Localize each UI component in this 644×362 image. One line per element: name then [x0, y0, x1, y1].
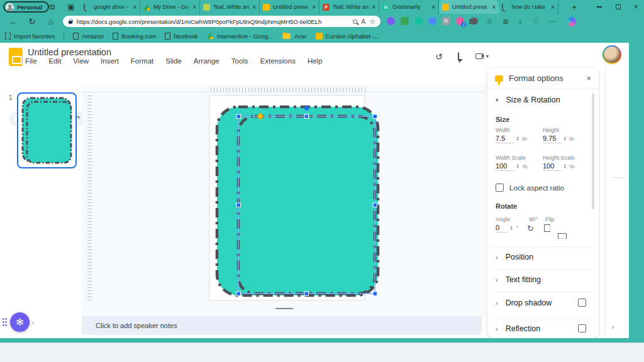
- side-panel-expand-icon[interactable]: ›: [612, 323, 614, 331]
- stepper-icon[interactable]: ▲▼: [564, 136, 566, 141]
- speaker-notes-input[interactable]: Click to add speaker notes: [82, 316, 482, 335]
- read-aloud-icon[interactable]: A: [361, 18, 365, 25]
- close-window-button[interactable]: ×: [626, 0, 644, 14]
- panel-scrollbar[interactable]: [592, 93, 594, 209]
- text-fitting-section-toggle[interactable]: › Text fitting: [496, 275, 541, 284]
- close-icon[interactable]: ×: [431, 4, 435, 11]
- downloads-icon[interactable]: ↓: [518, 17, 522, 26]
- back-icon[interactable]: ←: [5, 14, 21, 29]
- close-icon[interactable]: ×: [133, 4, 136, 11]
- flip-horizontal-icon[interactable]: [544, 224, 550, 232]
- reflection-section-toggle[interactable]: › Reflection: [496, 324, 540, 333]
- close-icon[interactable]: ×: [312, 4, 316, 11]
- favorite-cursive-alphabet[interactable]: Cursive Alphabet -...: [316, 33, 380, 40]
- new-tab-button[interactable]: +: [565, 0, 584, 14]
- menu-arrange[interactable]: Arrange: [194, 57, 219, 65]
- favorite-amazon[interactable]: Amazon: [73, 33, 104, 40]
- favorites-icon[interactable]: ☆: [486, 17, 493, 26]
- slide-editing-area[interactable]: [82, 85, 486, 316]
- size-rotation-section-toggle[interactable]: ▾ Size & Rotation: [496, 96, 560, 104]
- extension-green-icon[interactable]: [401, 17, 409, 25]
- copilot-icon[interactable]: [567, 17, 576, 26]
- favorite-booking[interactable]: Booking.com: [113, 33, 156, 40]
- stepper-icon[interactable]: ▲▼: [516, 164, 519, 169]
- tab-how-do-i-take[interactable]: how do i take ×: [499, 0, 558, 14]
- collapse-widget-icon[interactable]: ‹: [32, 319, 34, 326]
- menu-extensions[interactable]: Extensions: [260, 57, 296, 65]
- menu-view[interactable]: View: [73, 57, 89, 65]
- extension-r-icon[interactable]: R: [442, 17, 450, 25]
- flip-vertical-icon[interactable]: [558, 233, 567, 239]
- stepper-icon[interactable]: ▲▼: [510, 226, 513, 231]
- widget-drag-handle[interactable]: [2, 317, 8, 327]
- extension-blue-icon[interactable]: [428, 17, 436, 25]
- height-input[interactable]: 9.75 ▲▼ in: [543, 134, 574, 143]
- settings-more-icon[interactable]: ⋯: [549, 17, 557, 26]
- close-icon[interactable]: ×: [372, 4, 375, 11]
- favorite-intervention-drive[interactable]: Intervention - Goog...: [207, 33, 273, 40]
- slide-thumbnail-1[interactable]: [17, 92, 77, 168]
- workspaces-icon[interactable]: ⧉: [45, 0, 59, 14]
- close-panel-icon[interactable]: ×: [586, 74, 591, 83]
- maximize-button[interactable]: [609, 0, 628, 14]
- account-avatar[interactable]: [602, 45, 621, 64]
- browser-essentials-icon[interactable]: ♡: [532, 17, 539, 26]
- lock-aspect-ratio-row[interactable]: Lock aspect ratio: [496, 184, 564, 192]
- meet-camera-icon[interactable]: ▾: [475, 53, 489, 59]
- menu-format[interactable]: Format: [131, 57, 153, 65]
- site-security-icon[interactable]: [69, 19, 72, 24]
- angle-input[interactable]: 0 ▲▼ °: [496, 224, 518, 233]
- rotation-handle[interactable]: [304, 106, 309, 111]
- tab-my-drive[interactable]: My Drive - Go ×: [140, 0, 200, 14]
- collections-icon[interactable]: ⊞: [503, 18, 508, 25]
- height-scale-input[interactable]: 100 ▲▼ %: [543, 162, 574, 171]
- split-screen-icon[interactable]: ▯▯: [469, 18, 476, 25]
- menu-help[interactable]: Help: [308, 57, 323, 65]
- width-scale-input[interactable]: 100 ▲▼ %: [496, 162, 527, 171]
- favorite-acer-folder[interactable]: Acer: [282, 33, 307, 40]
- grammarly-extension-icon[interactable]: [414, 17, 423, 25]
- tab-actions-icon[interactable]: ▣: [64, 0, 78, 14]
- rotate-90-icon[interactable]: ↻: [527, 224, 534, 233]
- star-document-icon[interactable]: ☆: [96, 48, 102, 57]
- menu-tools[interactable]: Tools: [231, 57, 248, 65]
- menu-file[interactable]: File: [25, 57, 37, 65]
- extension-pink-icon[interactable]: 2: [456, 17, 464, 25]
- reflection-checkbox[interactable]: [578, 324, 586, 332]
- menu-slide[interactable]: Slide: [165, 57, 182, 65]
- close-icon[interactable]: ×: [192, 4, 196, 11]
- stepper-icon[interactable]: ▲▼: [564, 164, 566, 169]
- drop-shadow-checkbox[interactable]: [578, 299, 586, 307]
- tab-teal-white-slides[interactable]: Teal, White an ×: [200, 0, 260, 14]
- lock-aspect-checkbox[interactable]: [496, 184, 504, 192]
- extension-pinwheel-icon[interactable]: [387, 17, 395, 25]
- tab-untitled-presentation-1[interactable]: Untitled prese ×: [260, 0, 319, 14]
- tab-google-drive-search[interactable]: google drive - ×: [80, 0, 140, 14]
- tab-teal-white-ppt[interactable]: P Teal, White an ×: [319, 0, 379, 14]
- zoom-out-icon[interactable]: [353, 19, 357, 24]
- comments-icon[interactable]: [458, 53, 459, 60]
- url-field[interactable]: https://docs.google.com/presentation/d/1…: [63, 16, 380, 27]
- tab-grammarly[interactable]: G Grammarly ×: [379, 0, 439, 14]
- menu-edit[interactable]: Edit: [49, 57, 62, 65]
- favorite-star-icon[interactable]: ☆: [369, 18, 375, 26]
- close-icon[interactable]: ×: [252, 4, 256, 11]
- position-section-toggle[interactable]: › Position: [496, 253, 533, 261]
- teal-rounded-rect-selected[interactable]: [238, 116, 375, 293]
- drop-shadow-section-toggle[interactable]: › Drop shadow: [496, 299, 552, 307]
- slides-logo-icon[interactable]: [9, 48, 23, 66]
- profile-button[interactable]: Personal: [3, 1, 49, 13]
- grammarly-widget-button[interactable]: ✻: [10, 312, 30, 332]
- width-input[interactable]: 7.5 ▲▼ in: [496, 134, 526, 143]
- close-icon[interactable]: ×: [492, 4, 496, 11]
- tab-untitled-presentation-active[interactable]: Untitled prese ×: [439, 0, 499, 14]
- close-icon[interactable]: ×: [551, 4, 555, 11]
- refresh-icon[interactable]: ↻: [24, 14, 40, 29]
- import-favorites-button[interactable]: Import favorites: [5, 33, 55, 40]
- version-history-icon[interactable]: ↺: [435, 52, 443, 62]
- menu-insert[interactable]: Insert: [101, 57, 119, 65]
- favorite-facebook[interactable]: facebook: [165, 33, 198, 40]
- minimize-button[interactable]: [590, 0, 609, 14]
- stepper-icon[interactable]: ▲▼: [516, 136, 519, 141]
- home-icon[interactable]: ⌂: [43, 14, 59, 29]
